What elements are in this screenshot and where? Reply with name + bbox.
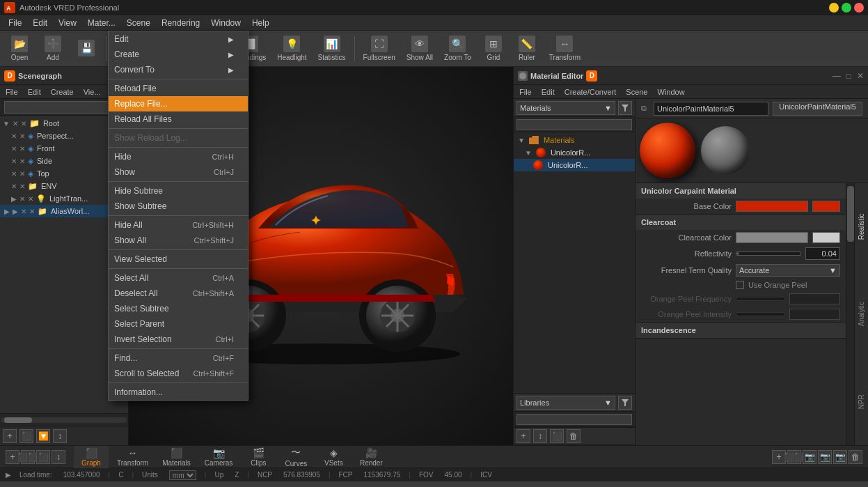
tab-graph[interactable]: ⬛ Graph — [74, 446, 109, 468]
menu-materials[interactable]: Mater... — [82, 15, 121, 30]
mat-scene-btn[interactable]: UnicolorPaintMaterial5 — [773, 102, 862, 116]
menu-edit[interactable]: Edit — [27, 15, 53, 30]
side-label-analytic[interactable]: Analytic — [855, 270, 868, 357]
mat-menu-scene[interactable]: Scene — [623, 87, 650, 97]
menu-item-hide[interactable]: Hide Ctrl+H — [109, 149, 248, 164]
vp-del-btn[interactable]: 🗑 — [849, 450, 862, 464]
footer-multi-btn[interactable]: ⬛ — [19, 429, 33, 443]
vp-cam-btn[interactable]: 📷 — [803, 450, 816, 464]
menu-item-reload-file[interactable]: Reload File — [109, 81, 248, 96]
vp-multi-btn[interactable]: ⬛⬛ — [21, 450, 35, 464]
libraries-filter-btn[interactable] — [618, 396, 632, 410]
sg-menu-file[interactable]: File — [3, 87, 21, 97]
material-filter-btn[interactable] — [618, 101, 632, 115]
menu-view[interactable]: View — [53, 15, 82, 30]
mat-footer-btn-2[interactable]: ↕ — [533, 429, 547, 443]
menu-item-information[interactable]: Information... — [109, 385, 248, 400]
footer-move-btn[interactable]: ↕ — [53, 429, 67, 443]
toolbar-add[interactable]: ➕ Add — [38, 34, 68, 63]
menu-rendering[interactable]: Rendering — [156, 15, 205, 30]
tab-materials[interactable]: ⬛ Materials — [157, 446, 196, 468]
toolbar-statistics[interactable]: 📊 Statistics — [314, 34, 350, 63]
toolbar-zoom-to[interactable]: 🔍 Zoom To — [440, 34, 475, 63]
scenegraph-scrollbar[interactable] — [0, 413, 128, 426]
sg-menu-view[interactable]: Vie... — [81, 87, 104, 97]
menu-item-edit[interactable]: Edit ▶ — [109, 31, 248, 47]
mat-scrollbar[interactable] — [846, 183, 854, 445]
material-dropdown[interactable]: Materials ▼ — [516, 101, 615, 115]
minimize-button[interactable] — [829, 3, 839, 13]
menu-item-select-subtree[interactable]: Select Subtree — [109, 301, 248, 316]
mat-footer-btn-1[interactable]: + — [516, 429, 530, 443]
footer-add-btn[interactable]: + — [3, 429, 17, 443]
window-controls[interactable] — [829, 3, 864, 13]
tab-curves[interactable]: 〜 Curves — [278, 445, 313, 469]
mat-tree-unicolor-2[interactable]: UnicolorR... — [514, 159, 635, 171]
mat-close-btn[interactable]: ✕ — [857, 71, 864, 81]
sg-menu-edit[interactable]: Edit — [25, 87, 44, 97]
units-select[interactable]: mm — [169, 470, 196, 480]
menu-item-show[interactable]: Show Ctrl+J — [109, 164, 248, 180]
close-button[interactable] — [854, 3, 864, 13]
side-label-realistic[interactable]: Realistic — [855, 183, 868, 270]
toolbar-headlight[interactable]: 💡 Headlight — [273, 34, 310, 63]
tab-render[interactable]: 🎥 Render — [354, 446, 388, 468]
libraries-dropdown[interactable]: Libraries ▼ — [516, 396, 615, 410]
menu-item-select-parent[interactable]: Select Parent — [109, 316, 248, 332]
mat-section-header-carpaint[interactable]: Unicolor Carpaint Material — [636, 183, 846, 199]
vp-cam2-btn[interactable]: 📷 — [818, 450, 832, 464]
mat-footer-btn-4[interactable]: 🗑 — [567, 429, 581, 443]
vp-filter-btn[interactable]: ⬛ — [36, 450, 50, 464]
toolbar-show-all[interactable]: 👁 Show All — [402, 34, 437, 63]
orange-peel-checkbox[interactable] — [736, 281, 744, 289]
mat-menu-edit[interactable]: Edit — [539, 87, 558, 97]
base-color-bar[interactable] — [736, 201, 808, 212]
mat-menu-create[interactable]: Create/Convert — [562, 87, 620, 97]
tab-clips[interactable]: 🎬 Clips — [241, 446, 276, 468]
reflectivity-slider[interactable] — [736, 249, 801, 258]
menu-item-invert-selection[interactable]: Invert Selection Ctrl+I — [109, 332, 248, 347]
base-color-swatch[interactable] — [812, 201, 840, 212]
menu-item-show-all[interactable]: Show All Ctrl+Shift+J — [109, 233, 248, 248]
menu-item-view-selected[interactable]: View Selected — [109, 252, 248, 267]
toolbar-open[interactable]: 📂 Open — [4, 34, 35, 63]
toolbar-save[interactable]: 💾 — [71, 38, 102, 59]
menu-item-deselect-all[interactable]: Deselect All Ctrl+Shift+A — [109, 286, 248, 301]
reflectivity-input[interactable] — [805, 247, 840, 260]
toolbar-ruler[interactable]: 📏 Ruler — [512, 34, 542, 63]
mat-menu-window[interactable]: Window — [655, 87, 688, 97]
vp-cam3-btn[interactable]: 📷 — [833, 450, 847, 464]
toolbar-fullscreen[interactable]: ⛶ Fullscreen — [359, 34, 400, 63]
menu-file[interactable]: File — [3, 15, 27, 30]
side-label-npr[interactable]: NPR — [855, 358, 868, 445]
menu-item-find[interactable]: Find... Ctrl+F — [109, 350, 248, 366]
maximize-button[interactable] — [842, 3, 851, 13]
vp-multi-right-btn[interactable]: ⬛⬛ — [787, 450, 801, 464]
fresnel-select[interactable]: Accurate ▼ — [736, 264, 840, 277]
tab-transform[interactable]: ↔ Transform — [111, 446, 154, 468]
menu-item-convert[interactable]: Convert To ▶ — [109, 62, 248, 77]
mat-menu-file[interactable]: File — [516, 87, 535, 97]
scenegraph-search-input[interactable] — [4, 101, 124, 114]
mat-footer-btn-3[interactable]: ⬛ — [550, 429, 564, 443]
menu-window[interactable]: Window — [205, 15, 246, 30]
menu-item-replace-file[interactable]: Replace File... — [109, 96, 248, 111]
vp-move-btn[interactable]: ↕ — [52, 450, 65, 464]
mat-expand-btn[interactable]: □ — [846, 71, 851, 81]
menu-scene[interactable]: Scene — [121, 15, 156, 30]
footer-filter-btn[interactable]: 🔽 — [36, 429, 50, 443]
toolbar-transform[interactable]: ↔ Transform — [545, 34, 585, 63]
sg-menu-create[interactable]: Create — [48, 87, 77, 97]
menu-item-show-subtree[interactable]: Show Subtree — [109, 199, 248, 214]
toolbar-grid[interactable]: ⊞ Grid — [478, 34, 509, 63]
tab-vsets[interactable]: ◈ VSets — [316, 446, 351, 468]
mat-search-input[interactable] — [516, 119, 632, 130]
menu-help[interactable]: Help — [246, 15, 275, 30]
menu-item-hide-all[interactable]: Hide All Ctrl+Shift+H — [109, 217, 248, 233]
tab-cameras[interactable]: 📷 Cameras — [199, 446, 239, 468]
mat-section-header-incandescence[interactable]: Incandescence — [636, 323, 846, 338]
mat-name-input[interactable] — [654, 102, 768, 116]
mat-section-header-clearcoat[interactable]: Clearcoat — [636, 215, 846, 230]
menu-item-hide-subtree[interactable]: Hide Subtree — [109, 183, 248, 199]
mat-minimize-btn[interactable]: — — [833, 71, 841, 81]
